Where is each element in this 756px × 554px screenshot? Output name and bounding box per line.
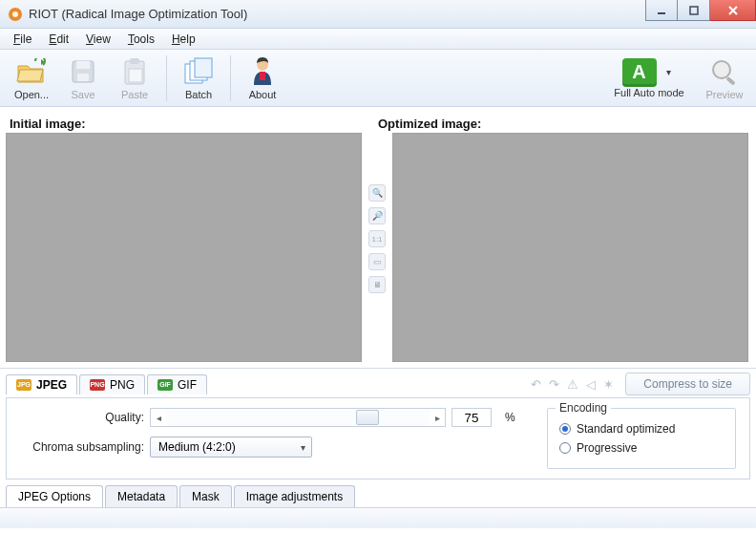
bottom-tab-image-adjustments[interactable]: Image adjustments xyxy=(234,485,355,507)
warning-icon[interactable]: ⚠ xyxy=(567,377,578,392)
paste-label: Paste xyxy=(121,89,148,100)
open-label: Open... xyxy=(14,89,49,100)
chevron-down-icon[interactable]: ▾ xyxy=(661,67,677,77)
batch-label: Batch xyxy=(185,89,212,100)
about-button[interactable]: About xyxy=(239,52,286,105)
minimize-button[interactable] xyxy=(645,0,678,21)
options-panel: Quality: ◂ ▸ % Chroma subsampling: Mediu… xyxy=(6,397,750,479)
radio-icon xyxy=(559,442,571,454)
initial-image-panel[interactable] xyxy=(6,133,362,362)
quality-label: Quality: xyxy=(20,411,144,424)
encoding-radio-standard-optimized[interactable]: Standard optimized xyxy=(559,422,724,436)
menu-tools[interactable]: Tools xyxy=(120,31,162,48)
slider-left-arrow-icon[interactable]: ◂ xyxy=(151,413,166,423)
encoding-group: Encoding Standard optimizedProgressive xyxy=(547,408,736,469)
format-tab-jpeg[interactable]: JPGJPEG xyxy=(6,374,77,394)
workspace: Initial image: Optimized image: 🔍 🔎 1:1 … xyxy=(0,107,756,368)
auto-mode-icon: A xyxy=(622,58,657,87)
preview-button[interactable]: Preview xyxy=(701,52,748,105)
toolbar: Open... Save Paste Batch About A ▾ Full … xyxy=(0,50,756,107)
chroma-value: Medium (4:2:0) xyxy=(158,440,236,454)
folder-open-icon xyxy=(15,56,48,87)
person-icon xyxy=(246,56,279,87)
floppy-icon xyxy=(67,56,99,87)
titlebar: RIOT (Radical Image Optimization Tool) xyxy=(0,0,756,29)
star-icon[interactable]: ✶ xyxy=(603,377,614,392)
auto-mode-button[interactable]: A ▾ Full Auto mode xyxy=(601,52,697,105)
bottom-tab-mask[interactable]: Mask xyxy=(179,485,232,507)
jpeg-badge-icon: JPG xyxy=(16,379,32,391)
chroma-combo[interactable]: Medium (4:2:0) xyxy=(150,437,312,458)
initial-image-label: Initial image: xyxy=(6,113,367,133)
menu-edit[interactable]: Edit xyxy=(41,31,76,48)
radio-icon xyxy=(559,423,571,435)
quality-input[interactable] xyxy=(452,408,492,427)
svg-point-15 xyxy=(713,61,730,78)
maximize-button[interactable] xyxy=(678,0,710,21)
slider-right-arrow-icon[interactable]: ▸ xyxy=(430,413,445,423)
screen-icon[interactable]: 🖥 xyxy=(368,276,386,293)
batch-icon xyxy=(182,56,215,87)
encoding-legend: Encoding xyxy=(556,401,611,415)
svg-rect-5 xyxy=(76,61,90,69)
svg-rect-2 xyxy=(658,12,665,14)
svg-point-1 xyxy=(12,11,18,17)
zoom-in-icon[interactable]: 🔍 xyxy=(368,184,386,202)
fit-icon[interactable]: ▭ xyxy=(368,253,386,270)
menu-file[interactable]: File xyxy=(6,31,39,48)
zoom-out-icon[interactable]: 🔎 xyxy=(368,207,386,224)
bottom-tabs: JPEG OptionsMetadataMaskImage adjustment… xyxy=(6,485,750,507)
actual-size-icon[interactable]: 1:1 xyxy=(368,230,386,247)
toolbar-separator xyxy=(166,55,167,101)
menu-help[interactable]: Help xyxy=(164,31,203,48)
undo-icon[interactable]: ↶ xyxy=(531,377,541,392)
auto-mode-label: Full Auto mode xyxy=(614,87,683,98)
bottom-tab-jpeg-options[interactable]: JPEG Options xyxy=(6,485,103,507)
menubar: File Edit View Tools Help xyxy=(0,29,756,50)
format-row: JPGJPEGPNGPNGGIFGIF ↶↷⚠◁✶ Compress to si… xyxy=(0,368,756,397)
format-tabs: JPGJPEGPNGPNGGIFGIF xyxy=(6,374,207,394)
compress-to-size-button[interactable]: Compress to size xyxy=(625,373,750,395)
svg-rect-6 xyxy=(77,74,89,81)
optimized-image-panel[interactable] xyxy=(392,133,748,362)
gif-badge-icon: GIF xyxy=(158,379,173,391)
bottom-tab-metadata[interactable]: Metadata xyxy=(105,485,178,507)
close-button[interactable] xyxy=(710,0,756,21)
png-badge-icon: PNG xyxy=(90,379,105,391)
svg-rect-3 xyxy=(690,7,698,14)
svg-rect-16 xyxy=(725,76,735,85)
status-bar xyxy=(0,507,756,528)
zoom-controls: 🔍 🔎 1:1 ▭ 🖥 xyxy=(366,133,388,362)
menu-view[interactable]: View xyxy=(78,31,118,48)
preview-label: Preview xyxy=(705,89,743,100)
encoding-radio-progressive[interactable]: Progressive xyxy=(559,441,724,455)
optimized-image-label: Optimized image: xyxy=(374,113,485,133)
toolbar-separator xyxy=(230,55,231,101)
chroma-label: Chroma subsampling: xyxy=(20,440,144,454)
flip-icon[interactable]: ◁ xyxy=(586,377,596,392)
format-tab-png[interactable]: PNGPNG xyxy=(79,374,145,394)
quality-slider[interactable]: ◂ ▸ xyxy=(150,408,446,427)
svg-rect-12 xyxy=(195,58,212,77)
save-button[interactable]: Save xyxy=(59,52,107,105)
save-label: Save xyxy=(71,89,94,100)
window-buttons xyxy=(645,0,756,21)
svg-rect-14 xyxy=(260,72,265,80)
transform-icons: ↶↷⚠◁✶ xyxy=(531,377,614,392)
paste-button[interactable]: Paste xyxy=(111,52,158,105)
window-title: RIOT (Radical Image Optimization Tool) xyxy=(29,7,247,21)
about-label: About xyxy=(249,89,277,100)
app-icon xyxy=(8,7,23,22)
open-button[interactable]: Open... xyxy=(8,52,55,105)
batch-button[interactable]: Batch xyxy=(175,52,222,105)
magnifier-icon xyxy=(708,56,741,87)
format-tab-gif[interactable]: GIFGIF xyxy=(147,374,207,394)
percent-label: % xyxy=(505,411,528,424)
svg-rect-8 xyxy=(130,58,139,64)
svg-rect-9 xyxy=(129,69,142,82)
clipboard-icon xyxy=(118,56,151,87)
redo-icon[interactable]: ↷ xyxy=(549,377,559,392)
